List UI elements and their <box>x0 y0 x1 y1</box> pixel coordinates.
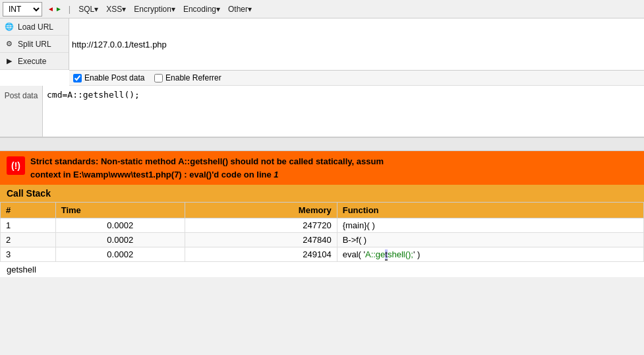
cell-memory-2: 247840 <box>185 233 337 247</box>
arrow-right-green[interactable]: ► <box>55 5 62 13</box>
execute-button[interactable]: ▶ Execute <box>0 53 69 70</box>
post-data-label: Post data <box>0 86 43 137</box>
callstack-header: Call Stack <box>0 185 644 202</box>
table-row: 2 0.0002 247840 B->f( ) <box>1 233 644 247</box>
post-textarea-wrap: cmd=A::getshell(); <box>43 86 644 137</box>
xss-menu[interactable]: XSS▾ <box>105 5 127 14</box>
url-input-area <box>69 18 644 70</box>
split-url-label: Split URL <box>18 40 51 49</box>
encoding-menu[interactable]: Encoding▾ <box>182 5 221 14</box>
enable-referrer-label: Enable Referrer <box>165 73 221 82</box>
url-row: 🌐 Load URL ⚙ Split URL ▶ Execute <box>0 18 644 70</box>
arrow-buttons: ◄ ► <box>47 5 62 13</box>
url-section: 🌐 Load URL ⚙ Split URL ▶ Execute Enable … <box>0 18 644 138</box>
cell-num-2: 2 <box>1 233 56 247</box>
output-text: getshell <box>0 262 644 277</box>
table-row: 1 0.0002 247720 {main}( ) <box>1 218 644 233</box>
callstack-table: # Time Memory Function 1 0.0002 247720 {… <box>0 202 644 262</box>
toolbar: INT ◄ ► | SQL▾ XSS▾ Encryption▾ Encoding… <box>0 0 644 18</box>
highlight-green-2: shell(); <box>388 249 413 259</box>
cell-time-2: 0.0002 <box>55 233 185 247</box>
table-header-row: # Time Memory Function <box>1 203 644 218</box>
split-url-button[interactable]: ⚙ Split URL <box>0 36 69 53</box>
load-url-icon: 🌐 <box>4 22 15 32</box>
cell-time-1: 0.0002 <box>55 218 185 233</box>
url-input[interactable] <box>72 40 641 49</box>
int-select[interactable]: INT <box>3 2 42 16</box>
error-banner: (!) Strict standards: Non-static method … <box>0 151 644 185</box>
execute-icon: ▶ <box>4 56 15 67</box>
cell-memory-3: 249104 <box>185 247 337 262</box>
checkbox-row: Enable Post data Enable Referrer <box>69 70 644 86</box>
execute-label: Execute <box>18 57 46 66</box>
arrow-left-red[interactable]: ◄ <box>47 5 54 13</box>
sep1: | <box>69 4 71 14</box>
error-icon: (!) <box>7 156 25 175</box>
col-header-memory: Memory <box>185 203 337 218</box>
cell-time-3: 0.0002 <box>55 247 185 262</box>
spacer <box>0 138 644 151</box>
post-section: Post data cmd=A::getshell(); <box>0 86 644 137</box>
cell-function-2: B->f( ) <box>337 233 643 247</box>
error-text: Strict standards: Non-static method A::g… <box>30 155 384 181</box>
error-line-number: 1 <box>274 170 278 179</box>
enable-post-checkbox[interactable] <box>73 74 82 82</box>
split-url-icon: ⚙ <box>4 39 15 49</box>
sidebar-actions: 🌐 Load URL ⚙ Split URL ▶ Execute <box>0 18 69 70</box>
highlight-green-1: A::ge <box>365 249 385 259</box>
cell-memory-1: 247720 <box>185 218 337 233</box>
sql-menu[interactable]: SQL▾ <box>77 5 100 14</box>
cell-function-3: eval( 'A::getshell();' ) <box>337 247 643 262</box>
col-header-time: Time <box>55 203 185 218</box>
cell-num-3: 3 <box>1 247 56 262</box>
cell-num-1: 1 <box>1 218 56 233</box>
other-menu[interactable]: Other▾ <box>227 5 253 14</box>
table-row: 3 0.0002 249104 eval( 'A::getshell();' ) <box>1 247 644 262</box>
enable-post-label: Enable Post data <box>84 73 144 82</box>
col-header-function: Function <box>337 203 643 218</box>
enable-referrer-checkbox[interactable] <box>154 74 163 82</box>
load-url-button[interactable]: 🌐 Load URL <box>0 18 69 36</box>
encryption-menu[interactable]: Encryption▾ <box>132 5 177 14</box>
error-line1: Strict standards: Non-static method A::g… <box>30 155 384 168</box>
error-line2: context in E:\wamp\www\test1.php(7) : ev… <box>30 168 384 181</box>
load-url-label: Load URL <box>18 22 53 32</box>
col-header-num: # <box>1 203 56 218</box>
callstack-section: Call Stack # Time Memory Function 1 0.00… <box>0 185 644 262</box>
cell-function-1: {main}( ) <box>337 218 643 233</box>
post-data-textarea[interactable]: cmd=A::getshell(); <box>44 87 643 133</box>
